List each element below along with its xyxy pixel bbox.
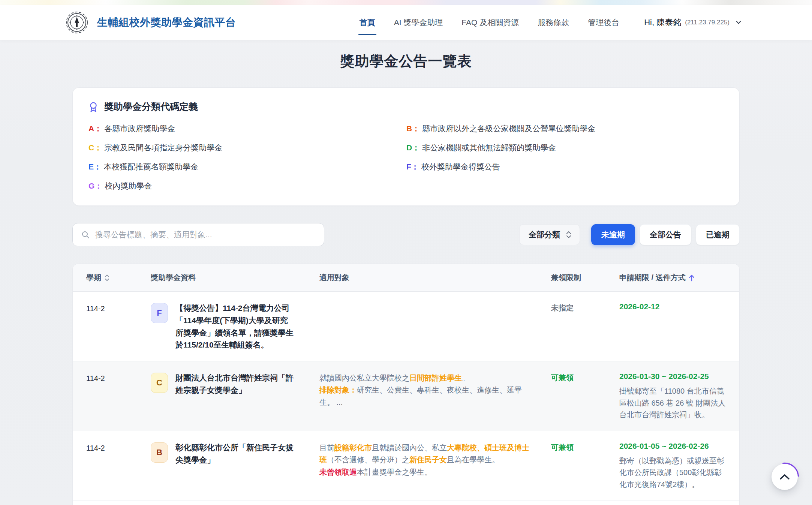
eligibility-cell: 目前設籍彰化市且就讀於國內公、私立大專院校、碩士班及博士班（不含選修、學分班）之… bbox=[319, 442, 532, 478]
limit-cell: 未指定 bbox=[551, 302, 619, 313]
definition-text: 縣市政府以外之各級公家機關及公營單位獎助學金 bbox=[422, 123, 595, 134]
search-input[interactable] bbox=[95, 230, 316, 239]
definition-item: F：校外獎助學金得獎公告 bbox=[406, 162, 724, 172]
semester-cell: 114-2 bbox=[86, 372, 151, 383]
scroll-to-top-button[interactable] bbox=[770, 462, 799, 492]
table-body: 114-2 F 【得獎公告】114-2台灣電力公司「114學年度(下學期)大學及… bbox=[73, 292, 739, 501]
user-ip: (211.23.79.225) bbox=[685, 19, 730, 26]
col-limit: 兼領限制 bbox=[551, 273, 619, 283]
table-row[interactable]: 114-2 F 【得獎公告】114-2台灣電力公司「114學年度(下學期)大學及… bbox=[73, 292, 739, 361]
definition-code: F： bbox=[406, 162, 419, 172]
search-icon bbox=[81, 230, 90, 239]
nav-admin[interactable]: 管理後台 bbox=[588, 5, 619, 40]
brand[interactable]: 生輔組校外獎助學金資訊平台 bbox=[65, 10, 236, 34]
school-logo-icon bbox=[65, 10, 89, 34]
category-select-value: 全部分類 bbox=[529, 229, 560, 240]
semester-cell: 114-2 bbox=[86, 442, 151, 453]
definition-item: B：縣市政府以外之各級公家機關及公營單位獎助學金 bbox=[406, 123, 724, 134]
award-icon bbox=[88, 101, 99, 112]
deadline-cell: 2026-02-12 bbox=[619, 302, 726, 311]
definition-code: A： bbox=[88, 123, 102, 134]
filters-bar: 全部分類 未逾期全部公告已逾期 bbox=[72, 223, 740, 246]
info-cell: C 財團法人台北市台灣許姓宗祠「許姓宗親子女獎學金」 bbox=[151, 372, 319, 397]
definitions-grid: A：各縣市政府獎助學金B：縣市政府以外之各級公家機關及公營單位獎助學金C：宗教及… bbox=[88, 123, 724, 191]
definition-text: 校內獎助學金 bbox=[105, 181, 152, 191]
nav-faq[interactable]: FAQ 及相關資源 bbox=[461, 5, 519, 40]
announcement-title[interactable]: 彰化縣彰化市公所「新住民子女拔尖獎學金」 bbox=[175, 442, 295, 466]
scroll-top-icon bbox=[779, 473, 790, 481]
definition-item: D：非公家機關或其他無法歸類的獎助學金 bbox=[406, 142, 724, 153]
deadline-date: 2026-02-12 bbox=[619, 302, 726, 311]
filter-all[interactable]: 全部公告 bbox=[640, 224, 691, 245]
info-cell: B 彰化縣彰化市公所「新住民子女拔尖獎學金」 bbox=[151, 442, 319, 466]
limit-cell: 可兼領 bbox=[551, 442, 619, 453]
definition-code: C： bbox=[88, 142, 102, 153]
submission-method: 掛號郵寄至「11080 台北市信義區松山路 656 巷 26 號 財團法人台北市… bbox=[619, 385, 728, 421]
eligibility-cell: 就讀國內公私立大學院校之日間部許姓學生。 排除對象：研究生、公費生、專科生、夜校… bbox=[319, 372, 532, 408]
definition-code: B： bbox=[406, 123, 420, 134]
limit-cell: 可兼領 bbox=[551, 372, 619, 383]
announcement-title[interactable]: 【得獎公告】114-2台灣電力公司「114學年度(下學期)大學及研究所獎學金」續… bbox=[175, 302, 295, 351]
table-row[interactable]: 114-2 B 彰化縣彰化市公所「新住民子女拔尖獎學金」 目前設籍彰化市且就讀於… bbox=[73, 431, 739, 501]
deadline-date: 2026-01-05 ~ 2026-02-26 bbox=[619, 442, 728, 451]
col-deadline[interactable]: 申請期限 / 送件方式 bbox=[619, 273, 726, 283]
col-info: 獎助學金資料 bbox=[151, 273, 319, 283]
definition-text: 本校獲配推薦名額獎助學金 bbox=[104, 162, 198, 172]
definitions-card: 獎助學金分類代碼定義 A：各縣市政府獎助學金B：縣市政府以外之各級公家機關及公營… bbox=[72, 87, 740, 206]
submission-method: 郵寄（以郵戳為憑）或親送至彰化市公所民政課（500彰化縣彰化市光復路74號2樓）… bbox=[619, 455, 728, 491]
definition-text: 宗教及民間各項指定身分獎助學金 bbox=[104, 142, 222, 153]
definition-text: 各縣市政府獎助學金 bbox=[104, 123, 175, 134]
announcement-title[interactable]: 財團法人台北市台灣許姓宗祠「許姓宗親子女獎學金」 bbox=[175, 372, 295, 397]
definition-code: E： bbox=[88, 162, 102, 172]
filter-not-expired[interactable]: 未逾期 bbox=[591, 224, 635, 245]
announcements-table: 學期 獎助學金資料 適用對象 兼領限制 申請期限 / 送件方式 114-2 F … bbox=[72, 264, 740, 505]
definition-item: G：校內獎助學金 bbox=[88, 181, 406, 191]
deadline-cell: 2026-01-30 ~ 2026-02-25 掛號郵寄至「11080 台北市信… bbox=[619, 372, 728, 421]
category-badge: F bbox=[151, 303, 168, 323]
definition-code: G： bbox=[88, 181, 102, 191]
navbar: 生輔組校外獎助學金資訊平台 首頁AI 獎學金助理FAQ 及相關資源服務條款管理後… bbox=[0, 5, 812, 40]
category-select[interactable]: 全部分類 bbox=[519, 224, 580, 245]
select-updown-icon bbox=[565, 230, 572, 239]
nav-ai-assistant[interactable]: AI 獎學金助理 bbox=[394, 5, 443, 40]
page-title: 獎助學金公告一覽表 bbox=[72, 52, 740, 71]
definition-text: 非公家機關或其他無法歸類的獎助學金 bbox=[422, 142, 556, 153]
search-box[interactable] bbox=[72, 223, 324, 246]
definition-item: C：宗教及民間各項指定身分獎助學金 bbox=[88, 142, 406, 153]
nav-terms[interactable]: 服務條款 bbox=[538, 5, 569, 40]
status-filter-group: 未逾期全部公告已逾期 bbox=[591, 224, 740, 245]
main-nav: 首頁AI 獎學金助理FAQ 及相關資源服務條款管理後台 bbox=[360, 5, 620, 40]
definitions-title: 獎助學金分類代碼定義 bbox=[104, 100, 198, 113]
nav-home[interactable]: 首頁 bbox=[360, 5, 375, 40]
category-badge: C bbox=[151, 373, 168, 393]
deadline-date: 2026-01-30 ~ 2026-02-25 bbox=[619, 372, 728, 381]
definition-text: 校外獎助學金得獎公告 bbox=[421, 162, 500, 172]
decorative-gradient-strip bbox=[0, 0, 812, 5]
chevron-down-icon bbox=[735, 19, 742, 26]
sort-up-icon bbox=[689, 274, 695, 282]
table-header: 學期 獎助學金資料 適用對象 兼領限制 申請期限 / 送件方式 bbox=[73, 264, 739, 292]
deadline-cell: 2026-01-05 ~ 2026-02-26 郵寄（以郵戳為憑）或親送至彰化市… bbox=[619, 442, 728, 491]
brand-title[interactable]: 生輔組校外獎助學金資訊平台 bbox=[97, 15, 236, 30]
definition-item: E：本校獲配推薦名額獎助學金 bbox=[88, 162, 406, 172]
col-semester[interactable]: 學期 bbox=[86, 273, 151, 283]
col-eligibility: 適用對象 bbox=[319, 273, 551, 283]
main-content: 獎助學金公告一覽表 獎助學金分類代碼定義 A：各縣市政府獎助學金B：縣市政府以外… bbox=[72, 40, 740, 505]
table-row bbox=[73, 501, 739, 505]
sort-icon bbox=[104, 274, 110, 282]
definition-item: A：各縣市政府獎助學金 bbox=[88, 123, 406, 134]
user-greeting: Hi, 陳泰銘 bbox=[644, 17, 681, 28]
definition-code: D： bbox=[406, 142, 420, 153]
filter-expired[interactable]: 已逾期 bbox=[696, 224, 740, 245]
user-menu[interactable]: Hi, 陳泰銘 (211.23.79.225) bbox=[644, 17, 742, 28]
semester-cell: 114-2 bbox=[86, 302, 151, 313]
info-cell: F 【得獎公告】114-2台灣電力公司「114學年度(下學期)大學及研究所獎學金… bbox=[151, 302, 319, 351]
table-row[interactable]: 114-2 C 財團法人台北市台灣許姓宗祠「許姓宗親子女獎學金」 就讀國內公私立… bbox=[73, 361, 739, 431]
category-badge: B bbox=[151, 442, 168, 463]
